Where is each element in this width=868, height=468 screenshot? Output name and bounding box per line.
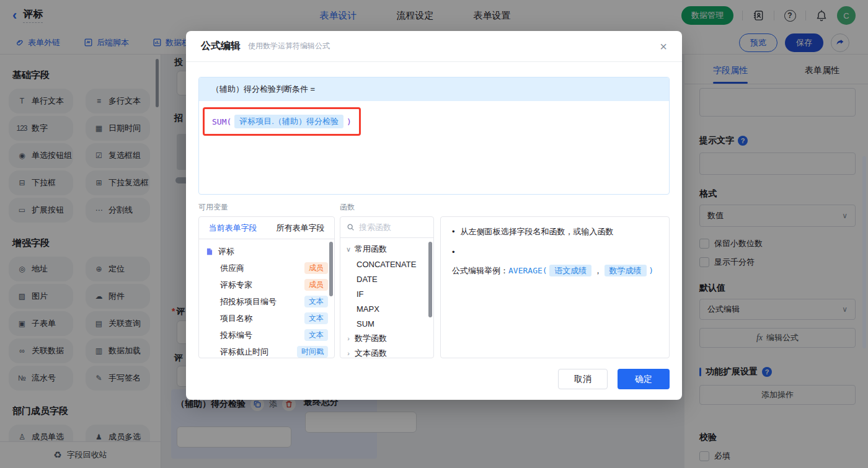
formula-editor[interactable]: （辅助）得分检验判断条件 = SUM( 评标项目.（辅助）得分检验 ) [198, 77, 670, 195]
field-type-badge: 文本 [304, 296, 328, 307]
example-function: AVERAGE( [508, 266, 547, 275]
modal-title: 公式编辑 [201, 40, 241, 53]
panel-scrollbar[interactable] [862, 156, 866, 348]
example-chip: 语文成绩 [549, 265, 591, 276]
document-icon [205, 247, 214, 256]
function-group-header[interactable]: 常用函数 [345, 242, 430, 257]
functions-panel: 搜索函数 常用函数 CONCATENATEDATEIFMAPXSUM [340, 216, 434, 358]
formula-highlight-box: SUM( 评标项目.（辅助）得分检验 ) [203, 107, 361, 136]
variable-field-row[interactable]: 项目名称 文本 [205, 310, 329, 327]
formula-function-close: ) [347, 117, 352, 126]
formula-edit-modal: 公式编辑 使用数学运算符编辑公式 × （辅助）得分检验判断条件 = SUM( 评… [186, 31, 682, 400]
app-root: ‹ 评标 表单设计流程设定表单设置 数据管理 ? [0, 0, 868, 468]
function-item[interactable]: CONCATENATE [345, 257, 430, 272]
variables-tab[interactable]: 当前表单字段 [209, 223, 257, 234]
field-type-badge: 成员 [304, 262, 328, 274]
bullet: • [452, 226, 455, 239]
variable-field-row[interactable]: 评标截止时间 时间戳 [205, 343, 329, 358]
chevron-icon [345, 245, 352, 254]
search-placeholder: 搜索函数 [359, 222, 391, 233]
function-item[interactable]: IF [345, 286, 430, 301]
example-chip: 数学成绩 [604, 265, 647, 276]
function-group: 文本函数 [345, 346, 430, 358]
chevron-icon [345, 350, 352, 357]
function-item[interactable]: SUM [345, 316, 430, 331]
variables-label: 可用变量 [198, 202, 340, 213]
search-icon [347, 223, 355, 231]
form-root-node[interactable]: 评标 [205, 243, 329, 260]
field-type-badge: 成员 [304, 279, 328, 291]
confirm-button[interactable]: 确定 [618, 369, 670, 389]
close-icon[interactable]: × [660, 40, 667, 53]
function-group-header[interactable]: 文本函数 [345, 346, 430, 358]
formula-target: （辅助）得分检验判断条件 = [199, 77, 669, 101]
variables-panel: 当前表单字段所有表单字段 评标 供应商 成员 评标专家 成员 [198, 216, 335, 358]
variable-field-row[interactable]: 评标专家 成员 [205, 276, 329, 293]
cancel-button[interactable]: 取消 [558, 369, 608, 389]
bullet: • [452, 246, 455, 259]
functions-scrollbar[interactable] [428, 242, 432, 317]
function-group: 常用函数 CONCATENATEDATEIFMAPXSUM [345, 242, 430, 331]
function-group-header[interactable]: 数学函数 [345, 331, 430, 346]
function-search-input[interactable]: 搜索函数 [340, 217, 433, 238]
chevron-icon [345, 335, 352, 342]
variable-field-row[interactable]: 供应商 成员 [205, 260, 329, 276]
field-type-badge: 文本 [304, 312, 328, 324]
formula-function-open: SUM( [212, 117, 231, 126]
functions-label: 函数 [340, 202, 355, 213]
variable-field-row[interactable]: 招投标项目编号 文本 [205, 293, 329, 310]
function-item[interactable]: DATE [345, 272, 430, 286]
field-type-badge: 文本 [304, 329, 328, 341]
formula-help-panel: • 从左侧面板选择字段名和函数，或输入函数 • 公式编辑举例：AVERAGE( … [440, 216, 670, 358]
function-group: 数学函数 [345, 331, 430, 346]
variable-field-row[interactable]: 投标编号 文本 [205, 327, 329, 343]
variables-scrollbar[interactable] [329, 242, 333, 296]
variables-tab[interactable]: 所有表单字段 [277, 223, 325, 234]
field-token-chip[interactable]: 评标项目.（辅助）得分检验 [234, 115, 343, 128]
function-item[interactable]: MAPX [345, 301, 430, 316]
field-type-badge: 时间戳 [297, 346, 328, 358]
modal-subtitle: 使用数学运算符编辑公式 [248, 41, 330, 51]
